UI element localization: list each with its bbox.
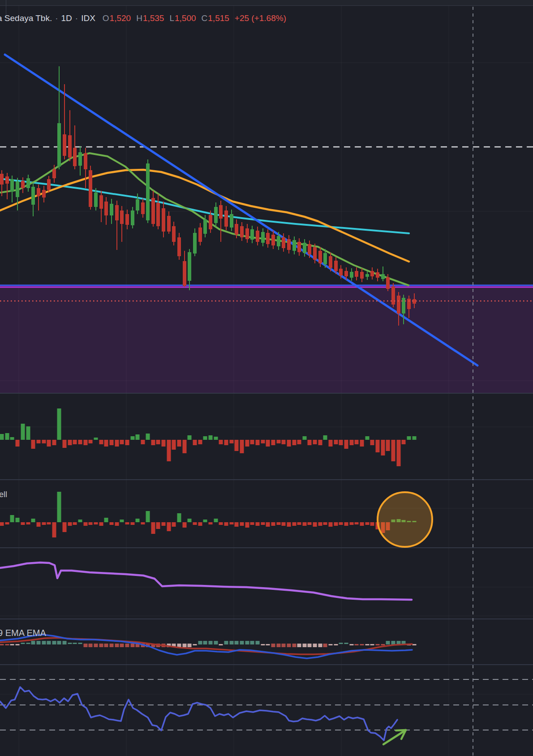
timeframe-button[interactable]: 1D (61, 13, 72, 23)
chart-root: a Sedaya Tbk.·1D·IDXO1,520H1,535L1,500C1… (0, 0, 533, 756)
macd-lines (0, 635, 412, 658)
moving-averages (0, 153, 409, 285)
separator-dot: · (75, 13, 78, 23)
circle-annotation[interactable] (378, 492, 432, 547)
pane-separators (0, 393, 533, 665)
top-toolbar-edge (0, 0, 533, 6)
exchange-label[interactable]: IDX (81, 13, 95, 23)
macd-histogram-pane (0, 641, 417, 647)
high-label: H (136, 13, 142, 23)
indicator-label-ema[interactable]: 9 EMA EMA (0, 628, 46, 638)
low-value: 1,500 (175, 13, 196, 23)
chart-canvas[interactable] (0, 0, 533, 756)
low-label: L (169, 13, 174, 23)
trend-strength-pane (0, 563, 412, 600)
volume-pane (0, 408, 417, 466)
indicator-label-signal[interactable]: ell (0, 490, 7, 499)
separator-dot: · (55, 13, 58, 23)
signal-pane (0, 492, 417, 537)
symbol-legend: a Sedaya Tbk.·1D·IDXO1,520H1,535L1,500C1… (0, 13, 286, 23)
close-value: 1,515 (208, 13, 229, 23)
rsi-pane (0, 679, 533, 740)
high-value: 1,535 (143, 13, 164, 23)
symbol-title[interactable]: a Sedaya Tbk. (0, 13, 52, 23)
open-value: 1,520 (110, 13, 131, 23)
ohlc-readout: O1,520H1,535L1,500C1,515 (103, 13, 235, 23)
close-label: C (202, 13, 208, 23)
arrow-annotation[interactable] (383, 730, 406, 744)
open-label: O (103, 13, 109, 23)
price-change: +25 (+1.68%) (235, 13, 286, 23)
